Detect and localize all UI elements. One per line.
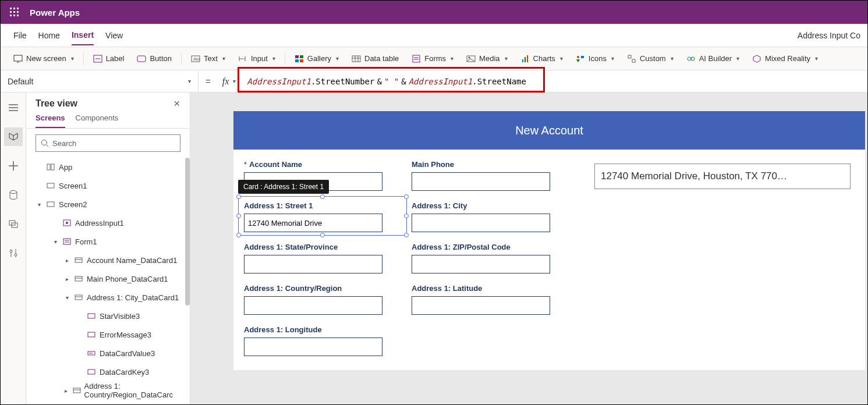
node-addresscity[interactable]: ▾Address 1: City_DataCard1 <box>26 288 190 307</box>
card-state[interactable]: Address 1: State/Province <box>244 240 401 276</box>
mixedreality-button[interactable]: Mixed Reality▾ <box>747 52 823 66</box>
charts-button[interactable]: Charts▾ <box>516 52 568 66</box>
tree-view-icon[interactable] <box>4 127 23 146</box>
node-datacardvalue[interactable]: DataCardValue3 <box>26 344 190 363</box>
input-button[interactable]: Input▾ <box>233 52 280 66</box>
formula-input[interactable]: AddressInput1.StreetNumber & " " & Addre… <box>240 70 867 93</box>
fx-button[interactable]: fx▾ <box>218 76 240 87</box>
close-icon[interactable]: ✕ <box>173 99 180 108</box>
menu-view[interactable]: View <box>105 26 123 45</box>
svg-line-57 <box>47 145 48 147</box>
data-icon[interactable] <box>4 186 23 204</box>
card-zip[interactable]: Address 1: ZIP/Postal Code <box>412 240 569 276</box>
media-icon <box>466 54 476 63</box>
media-button[interactable]: Media▾ <box>462 52 512 66</box>
custom-button[interactable]: Custom▾ <box>622 52 678 66</box>
button-button[interactable]: Button <box>132 52 176 66</box>
chevron-down-icon[interactable]: ▾ <box>36 201 42 208</box>
tab-screens[interactable]: Screens <box>36 113 65 128</box>
latitude-input[interactable] <box>412 296 550 315</box>
datatable-button[interactable]: Data table <box>347 52 403 66</box>
menu-insert[interactable]: Insert <box>72 26 94 45</box>
search-input[interactable]: Search <box>36 134 180 152</box>
zip-input[interactable] <box>412 255 550 273</box>
icons-button[interactable]: Icons▾ <box>571 52 619 66</box>
canvas[interactable]: New Account *Account Name Main Phone <box>190 93 867 404</box>
aibuilder-button[interactable]: AI Builder▾ <box>682 52 744 66</box>
forms-icon <box>412 54 421 63</box>
mainphone-input[interactable] <box>412 172 550 191</box>
svg-rect-59 <box>51 164 54 170</box>
label-icon <box>87 368 96 376</box>
scrollbar[interactable] <box>185 158 190 305</box>
svg-rect-23 <box>352 56 360 62</box>
work-area: Tree view ✕ Screens Components Search Ap… <box>1 93 867 404</box>
svg-point-49 <box>10 191 17 194</box>
country-input[interactable] <box>244 296 382 315</box>
svg-point-35 <box>577 56 579 58</box>
card-country[interactable]: Address 1: Country/Region <box>244 282 401 317</box>
card-city[interactable]: Address 1: City <box>412 199 569 235</box>
waffle-icon[interactable] <box>5 3 24 22</box>
node-errormessage[interactable]: ErrorMessage3 <box>26 325 190 344</box>
card-mainphone[interactable]: Main Phone <box>412 158 569 193</box>
chevron-right-icon[interactable]: ▸ <box>63 257 70 264</box>
address-input-control[interactable]: 12740 Memorial Drive, Houston, TX 770… <box>594 164 851 189</box>
card-street1[interactable]: Card : Address 1: Street 1 <box>244 199 401 235</box>
node-mainphone[interactable]: ▸Main Phone_DataCard1 <box>26 269 190 288</box>
form-icon <box>62 237 72 246</box>
required-star: * <box>244 160 247 169</box>
forms-button[interactable]: Forms▾ <box>407 52 458 66</box>
tools-icon[interactable] <box>4 244 23 262</box>
text-button[interactable]: Abc Text▾ <box>186 52 230 66</box>
node-screen2[interactable]: ▾Screen2 <box>26 195 190 214</box>
svg-rect-39 <box>632 59 635 62</box>
state-input[interactable] <box>244 255 382 273</box>
node-app[interactable]: App <box>26 158 190 176</box>
svg-rect-74 <box>88 332 95 337</box>
chevron-right-icon[interactable]: ▸ <box>63 388 69 394</box>
screen-icon <box>13 54 23 63</box>
aibuilder-icon <box>686 54 696 63</box>
media-rail-icon[interactable] <box>4 215 23 233</box>
node-starvisible[interactable]: StarVisible3 <box>26 307 190 325</box>
node-accountname[interactable]: ▸Account Name_DataCard1 <box>26 251 190 269</box>
svg-rect-19 <box>295 55 299 58</box>
gallery-button[interactable]: Gallery▾ <box>290 52 343 66</box>
hamburger-icon[interactable] <box>4 98 23 117</box>
menu-file[interactable]: File <box>13 26 27 45</box>
menu-home[interactable]: Home <box>38 26 60 45</box>
svg-rect-7 <box>13 15 15 16</box>
city-input[interactable] <box>412 214 550 232</box>
new-screen-button[interactable]: New screen▾ <box>9 52 79 66</box>
mixedreality-icon <box>752 54 761 63</box>
chevron-down-icon[interactable]: ▾ <box>52 239 59 245</box>
tab-components[interactable]: Components <box>76 113 119 128</box>
property-selector[interactable]: Default ▾ <box>1 70 199 93</box>
svg-rect-64 <box>63 239 70 244</box>
svg-rect-78 <box>73 388 80 393</box>
title-bar: Power Apps <box>1 1 867 24</box>
svg-rect-60 <box>47 183 54 188</box>
node-screen1[interactable]: Screen1 <box>26 176 190 195</box>
chevron-down-icon: ▾ <box>736 55 739 62</box>
card-latitude[interactable]: Address 1: Latitude <box>412 282 569 317</box>
label-icon <box>87 312 96 320</box>
svg-marker-42 <box>753 55 760 62</box>
node-addresscountry[interactable]: ▸Address 1: Country/Region_DataCarc <box>26 381 190 400</box>
node-datacardkey[interactable]: DataCardKey3 <box>26 363 190 381</box>
card-longitude[interactable]: Address 1: Longitude <box>244 323 401 358</box>
longitude-input[interactable] <box>244 338 382 356</box>
input-icon <box>87 349 96 357</box>
insert-icon[interactable] <box>4 157 23 175</box>
svg-rect-71 <box>75 295 82 300</box>
chevron-down-icon[interactable]: ▾ <box>63 294 70 301</box>
node-addressinput1[interactable]: AddressInput1 <box>26 214 190 232</box>
ribbon: New screen▾ Label Button Abc Text▾ Input… <box>1 47 867 70</box>
node-form1[interactable]: ▾Form1 <box>26 232 190 251</box>
datacard-icon <box>74 256 83 264</box>
label-button[interactable]: Label <box>88 52 129 66</box>
chevron-right-icon[interactable]: ▸ <box>63 276 70 282</box>
svg-rect-20 <box>300 55 303 58</box>
app-preview: New Account *Account Name Main Phone <box>233 111 865 370</box>
